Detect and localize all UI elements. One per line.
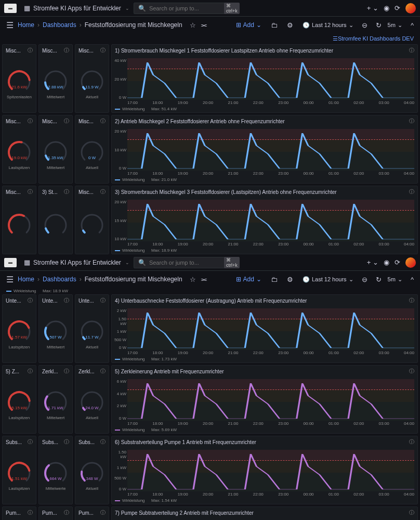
logo[interactable]: ▬	[4, 258, 17, 267]
avatar[interactable]	[405, 3, 416, 14]
share-icon[interactable]: ⫘	[200, 276, 207, 283]
settings-icon[interactable]: ⚙	[287, 276, 293, 283]
share-icon[interactable]: ⫘	[200, 21, 207, 29]
add-button[interactable]: ⊞ Add ⌄	[236, 276, 261, 283]
info-icon[interactable]: ⓘ	[64, 438, 69, 446]
info-icon[interactable]: ⓘ	[409, 47, 414, 54]
chart-panel[interactable]: 5) Zerkleinerung Antrieb mit Frequenzumr…	[111, 365, 418, 434]
add-button[interactable]: ⊞ Add ⌄	[236, 21, 261, 29]
chevron-down-icon[interactable]: ⌄	[125, 6, 129, 11]
chart-panel[interactable]: 3) Stromverbrauch Mischkegel 3 Feststoff…	[111, 186, 418, 254]
search-input[interactable]	[149, 259, 221, 266]
star-icon[interactable]: ☆	[190, 21, 196, 29]
info-icon[interactable]: ⓘ	[409, 297, 414, 304]
refresh-interval[interactable]: 5m ⌄	[388, 22, 402, 29]
info-icon[interactable]: ⓘ	[28, 368, 33, 375]
crumb-home[interactable]: Home	[18, 276, 34, 283]
chevron-down-icon[interactable]: ⌄	[125, 260, 129, 265]
gauge-panel[interactable]: Misc... ⓘ 19.0 kW Lastspitzen	[2, 115, 36, 184]
info-icon[interactable]: ⓘ	[409, 118, 414, 125]
info-icon[interactable]: ⓘ	[100, 47, 106, 54]
sub-header[interactable]: ☰ Stromfee KI Dashboards DEV	[0, 33, 420, 44]
feed-icon[interactable]: ⟳	[395, 258, 400, 266]
plus-icon[interactable]: + ⌄	[367, 258, 378, 266]
info-icon[interactable]: ⓘ	[28, 297, 33, 304]
gauge-panel[interactable]: Subs... ⓘ 664 W Mittelwerte	[38, 436, 73, 504]
info-icon[interactable]: ⓘ	[28, 188, 33, 196]
nav-icon[interactable]: ▦	[24, 258, 30, 266]
zoom-out-icon[interactable]: ⊖	[362, 21, 368, 29]
info-icon[interactable]: ⓘ	[28, 438, 33, 446]
gauge-panel[interactable]: Unte... ⓘ 1.57 kW Lastspitzen	[2, 294, 36, 363]
chart-panel[interactable]: 6) Substratverteilung Pumpe 1 Antrieb mi…	[111, 436, 418, 504]
info-icon[interactable]: ⓘ	[28, 47, 33, 54]
gauge-panel[interactable]: Misc... ⓘ	[2, 186, 36, 254]
time-range-button[interactable]: 🕓 Last 12 hours ⌄	[303, 22, 353, 29]
logo[interactable]: ▬	[4, 4, 17, 13]
star-icon[interactable]: ☆	[190, 276, 196, 283]
info-icon[interactable]: ⓘ	[409, 509, 414, 516]
gauge-panel[interactable]: Misc... ⓘ 2.88 kW Mittelwert	[38, 44, 73, 113]
info-icon[interactable]: ⓘ	[100, 509, 106, 516]
crumb-home[interactable]: Home	[18, 21, 34, 29]
info-icon[interactable]: ⓘ	[64, 47, 69, 54]
refresh-interval[interactable]: 5m ⌄	[388, 276, 402, 283]
refresh-icon[interactable]: ↻	[376, 276, 382, 283]
info-icon[interactable]: ⓘ	[100, 368, 106, 375]
hamburger-icon[interactable]: ☰	[6, 20, 14, 30]
gauge-panel[interactable]: Unte... ⓘ 507 W Mittelwert	[38, 294, 73, 363]
info-icon[interactable]: ⓘ	[64, 368, 69, 375]
settings-icon[interactable]: ⚙	[287, 21, 293, 29]
info-icon[interactable]: ⓘ	[64, 297, 69, 304]
gauge-panel[interactable]: Misc... ⓘ 21.6 kW Spitzenlasten	[2, 44, 36, 113]
gauge-panel[interactable]: Pum... ⓘ 11.2 kW Spitzenlasten	[2, 506, 36, 520]
gauge-panel[interactable]: Unte... ⓘ 11.7 W Aktuell	[75, 294, 109, 363]
collapse-icon[interactable]: ^	[411, 276, 414, 283]
info-icon[interactable]: ⓘ	[100, 297, 106, 304]
gauge-panel[interactable]: Misc... ⓘ 1.35 kW Mittelwert	[38, 115, 73, 184]
gauge-panel[interactable]: Pum... ⓘ 1.46 kW	[38, 506, 73, 520]
info-icon[interactable]: ⓘ	[28, 118, 33, 125]
hamburger-icon[interactable]: ☰	[6, 275, 14, 284]
gauge-panel[interactable]: Subs... ⓘ 348 W Aktuell	[75, 436, 109, 504]
gauge-panel[interactable]: Subs... ⓘ 1.51 kW Lastspitzen	[2, 436, 36, 504]
search-input[interactable]	[149, 5, 221, 11]
zoom-out-icon[interactable]: ⊖	[362, 276, 368, 283]
info-icon[interactable]: ⓘ	[409, 368, 414, 375]
info-icon[interactable]: ⓘ	[409, 188, 414, 196]
info-icon[interactable]: ⓘ	[64, 188, 69, 196]
gauge-panel[interactable]: Misc... ⓘ	[75, 186, 109, 254]
info-icon[interactable]: ⓘ	[64, 509, 69, 516]
info-icon[interactable]: ⓘ	[28, 509, 33, 516]
save-icon[interactable]: 🗀	[271, 21, 278, 29]
info-icon[interactable]: ⓘ	[100, 118, 106, 125]
info-icon[interactable]: ⓘ	[100, 438, 106, 446]
help-icon[interactable]: ◉	[384, 4, 389, 12]
info-icon[interactable]: ⓘ	[100, 188, 106, 196]
gauge-panel[interactable]: 3) St... ⓘ	[38, 186, 73, 254]
plus-icon[interactable]: + ⌄	[367, 4, 378, 12]
crumb-dashboards[interactable]: Dashboards	[43, 276, 76, 283]
chart-panel[interactable]: 7) Pumpe Subtratverteilung 2 Antrieb mit…	[111, 506, 418, 520]
refresh-icon[interactable]: ↻	[376, 21, 382, 29]
search-box[interactable]: 🔍 ⌘ ctrl+k	[134, 3, 238, 14]
collapse-icon[interactable]: ^	[411, 21, 414, 29]
gauge-panel[interactable]: Zerkl... ⓘ 1.71 kW Mittelwert	[38, 365, 73, 434]
feed-icon[interactable]: ⟳	[395, 4, 400, 12]
nav-icon[interactable]: ▦	[24, 4, 30, 12]
gauge-panel[interactable]: Misc... ⓘ 11.9 W Aktuell	[75, 44, 109, 113]
search-box[interactable]: 🔍 ⌘ ctrl+k	[134, 257, 238, 268]
time-range-button[interactable]: 🕓 Last 12 hours ⌄	[303, 276, 353, 283]
chart-panel[interactable]: 1) Stromverbrauch Mischkegel 1 Feststoff…	[111, 44, 418, 113]
gauge-panel[interactable]: 5) Z... ⓘ 5.15 kW Lastspitzen	[2, 365, 36, 434]
save-icon[interactable]: 🗀	[271, 276, 278, 283]
info-icon[interactable]: ⓘ	[409, 438, 414, 446]
avatar[interactable]	[405, 257, 416, 268]
crumb-dashboards[interactable]: Dashboards	[43, 21, 76, 29]
chart-panel[interactable]: 4) Unterbauschnecke Feststoffdosierer (A…	[111, 294, 418, 363]
info-icon[interactable]: ⓘ	[64, 118, 69, 125]
gauge-panel[interactable]: Misc... ⓘ 0 W Aktuell	[75, 115, 109, 184]
app-title[interactable]: Stromfee KI Apps für Entwickler	[33, 259, 121, 266]
app-title[interactable]: Stromfee KI Apps für Entwickler	[33, 5, 121, 12]
gauge-panel[interactable]: Zerkl... ⓘ 24.0 W Aktuell	[75, 365, 109, 434]
